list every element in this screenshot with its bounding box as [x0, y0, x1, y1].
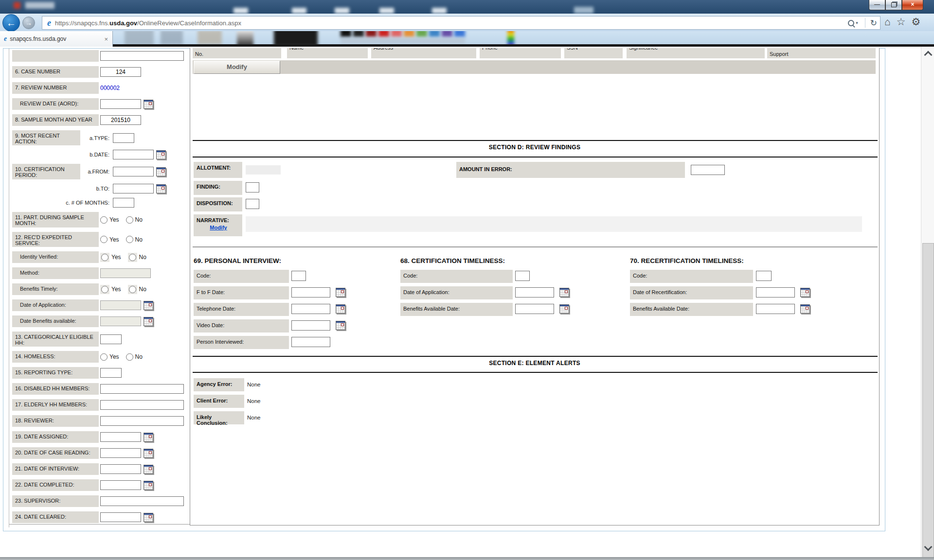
back-button[interactable]: ←	[2, 14, 20, 32]
supervisor-input[interactable]	[100, 496, 184, 506]
narrative-modify-link[interactable]: Modify	[197, 225, 240, 230]
calendar-icon[interactable]	[144, 317, 153, 326]
date-case-reading-input[interactable]	[100, 448, 141, 458]
person-interviewed-input[interactable]	[291, 337, 330, 347]
benefits-timely-yes-radio[interactable]	[101, 286, 108, 293]
cert-from-input[interactable]	[113, 167, 154, 176]
field-label: 12. REC'D EXPEDITED SERVICE:	[12, 232, 99, 247]
radio-label: Yes	[111, 254, 121, 261]
calendar-icon[interactable]	[144, 513, 153, 522]
part-sample-yes-radio[interactable]	[100, 216, 108, 224]
background-window-blur	[404, 31, 414, 37]
scrollbar-thumb[interactable]	[922, 243, 934, 560]
ftof-date-label: F to F Date:	[194, 286, 289, 299]
calendar-icon[interactable]	[800, 288, 810, 297]
calendar-icon[interactable]	[144, 100, 153, 109]
action-type-input[interactable]	[113, 133, 134, 143]
part-sample-no-radio[interactable]	[126, 216, 133, 224]
cert-application-date-input[interactable]	[515, 287, 554, 298]
recert-code-input[interactable]	[756, 271, 772, 281]
search-icon[interactable]	[848, 20, 854, 26]
calendar-icon[interactable]	[144, 481, 153, 490]
calendar-icon[interactable]	[144, 465, 153, 474]
recert-benefits-date-label: Benefits Available Date:	[630, 303, 753, 316]
home-icon[interactable]: ⌂	[884, 16, 891, 28]
calendar-icon[interactable]	[336, 288, 345, 297]
narrative-textarea[interactable]	[246, 216, 862, 232]
scroll-down-arrow[interactable]	[921, 541, 934, 555]
cert-code-input[interactable]	[515, 271, 530, 281]
video-date-input[interactable]	[291, 320, 330, 331]
calendar-icon[interactable]	[144, 449, 153, 458]
reporting-type-input[interactable]	[100, 368, 122, 378]
reviewer-input[interactable]	[100, 416, 184, 426]
review-number-link[interactable]: 000002	[100, 85, 120, 91]
calendar-icon[interactable]	[800, 304, 810, 314]
field-label: 14. HOMELESS:	[12, 351, 99, 363]
disposition-input[interactable]	[246, 199, 259, 209]
tab-close-icon[interactable]: ×	[104, 35, 108, 43]
categorically-eligible-input[interactable]	[100, 334, 122, 344]
top-partial-input[interactable]	[100, 51, 184, 61]
divider	[193, 246, 878, 247]
calendar-icon[interactable]	[559, 304, 569, 314]
elderly-members-input[interactable]	[100, 400, 184, 410]
minimize-button[interactable]: —	[869, 0, 885, 10]
calendar-icon[interactable]	[144, 433, 153, 442]
calendar-icon[interactable]	[559, 288, 569, 297]
ftof-date-input[interactable]	[291, 287, 330, 298]
table-header-support: Support	[767, 48, 876, 58]
settings-gear-icon[interactable]: ⚙	[912, 16, 921, 28]
modify-button[interactable]: Modify	[194, 61, 280, 74]
case-info-main-panel: No. Name Address Phone SSN Significance …	[190, 48, 880, 525]
finding-input[interactable]	[246, 182, 259, 192]
refresh-icon[interactable]: ↻	[870, 18, 877, 28]
favorites-star-icon[interactable]: ☆	[897, 16, 906, 28]
benefits-timely-no-radio[interactable]	[129, 286, 136, 293]
cert-benefits-date-input[interactable]	[515, 304, 554, 314]
amount-in-error-input[interactable]	[691, 165, 725, 175]
cert-to-input[interactable]	[113, 184, 154, 193]
forward-button[interactable]: →	[22, 17, 35, 29]
date-completed-input[interactable]	[100, 480, 141, 490]
recert-date-input[interactable]	[756, 287, 795, 298]
chevron-down-icon[interactable]: ▾	[856, 20, 858, 25]
background-window-blur	[198, 31, 222, 45]
calendar-icon[interactable]	[156, 167, 166, 176]
disposition-label: DISPOSITION:	[194, 197, 242, 211]
homeless-yes-radio[interactable]	[100, 353, 108, 361]
date-interview-input[interactable]	[100, 464, 141, 474]
date-assigned-input[interactable]	[100, 432, 141, 442]
client-error-value: None	[247, 398, 261, 404]
months-input[interactable]	[113, 198, 134, 208]
interview-code-input[interactable]	[291, 271, 306, 281]
disabled-members-input[interactable]	[100, 384, 184, 394]
recert-benefits-date-input[interactable]	[756, 304, 795, 314]
col68-title: 68. CERTIFICATION TIMELINESS:	[400, 257, 505, 264]
action-date-input[interactable]	[113, 150, 154, 159]
calendar-icon[interactable]	[156, 150, 166, 159]
expedited-no-radio[interactable]	[126, 236, 133, 243]
close-button[interactable]: ×	[902, 0, 923, 10]
telephone-date-input[interactable]	[291, 304, 330, 314]
browser-tab[interactable]: e snapqcs.fns.usda.gov ×	[0, 31, 113, 47]
ie-logo-icon: e	[47, 18, 51, 28]
calendar-icon[interactable]	[144, 301, 153, 310]
vertical-scrollbar[interactable]	[921, 47, 934, 557]
calendar-icon[interactable]	[336, 321, 345, 330]
date-cleared-input[interactable]	[100, 512, 141, 522]
homeless-no-radio[interactable]	[126, 353, 133, 361]
restore-button[interactable]	[885, 0, 902, 10]
scroll-up-arrow[interactable]	[921, 47, 934, 61]
review-date-input[interactable]	[100, 99, 141, 109]
sample-month-input[interactable]	[100, 115, 141, 125]
identity-yes-radio[interactable]	[101, 254, 108, 261]
identity-no-radio[interactable]	[129, 254, 136, 261]
address-bar[interactable]: e https://snapqcs.fns.usda.gov/OnlineRev…	[42, 16, 880, 30]
expedited-yes-radio[interactable]	[100, 236, 108, 243]
case-number-input[interactable]	[100, 67, 141, 77]
chevron-down-icon	[924, 543, 932, 551]
calendar-icon[interactable]	[336, 304, 345, 314]
calendar-icon[interactable]	[156, 184, 166, 193]
allotment-label: ALLOTMENT:	[194, 162, 242, 178]
